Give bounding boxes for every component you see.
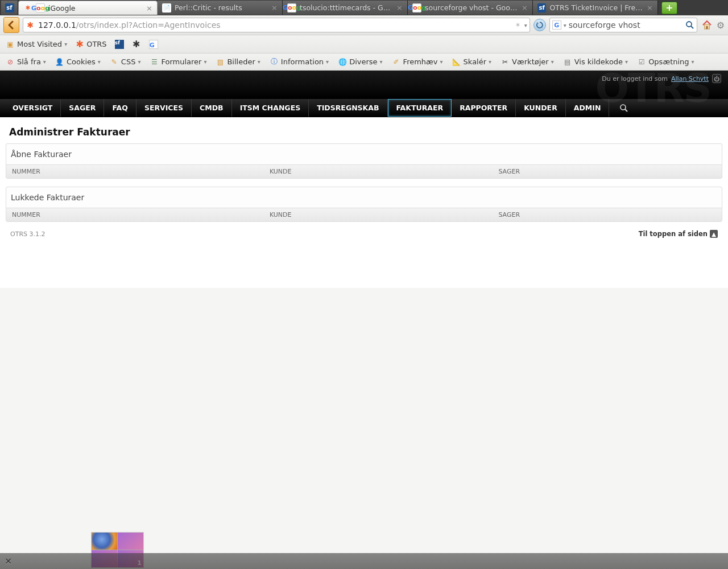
col-customer[interactable]: KUNDE	[264, 208, 493, 221]
tab-sourceforge-vhost[interactable]: Goog sourceforge vhost - Goo… ×	[408, 1, 533, 15]
chevron-down-icon: ▾	[204, 59, 206, 65]
dev-info[interactable]: ⓘInformation▾	[270, 57, 329, 67]
chevron-down-icon: ▾	[551, 59, 554, 65]
dev-images[interactable]: ▧Billeder▾	[216, 57, 260, 67]
search-input[interactable]	[569, 20, 683, 30]
col-number[interactable]: NUMMER	[6, 165, 264, 178]
person-icon: 👤	[55, 57, 64, 67]
col-cases[interactable]: SAGER	[493, 208, 722, 221]
bookmark-sf[interactable]: sf	[115, 40, 124, 49]
app-header: OTRS Du er logget ind som Allan Schytt ⏻	[0, 71, 728, 99]
tab-igoogle[interactable]: ✱ Goog iGoogle ×	[18, 1, 158, 15]
user-link[interactable]: Allan Schytt	[671, 75, 709, 83]
bookmark-otrs[interactable]: ✱ OTRS	[75, 40, 106, 49]
otrs-icon: ✱	[75, 40, 84, 49]
nav-search[interactable]	[609, 99, 639, 117]
logged-in-label: Du er logget ind som	[602, 75, 668, 83]
close-icon[interactable]: ×	[396, 3, 403, 12]
browser-navbar: ✱ 127.0.0.1/otrs/index.pl?Action=AgentIn…	[0, 15, 728, 35]
col-cases[interactable]: SAGER	[493, 165, 722, 178]
nav-item-sager[interactable]: SAGER	[61, 99, 104, 117]
folder-icon: ▣	[6, 40, 15, 49]
dev-misc[interactable]: 🌐Diverse▾	[338, 57, 382, 67]
bookmark-label: Most Visited	[17, 40, 62, 48]
source-icon: ▤	[563, 57, 572, 67]
back-to-top[interactable]: Til toppen af siden ▲	[639, 230, 718, 238]
url-bar[interactable]: ✱ 127.0.0.1/otrs/index.pl?Action=AgentIn…	[23, 18, 530, 32]
panel-closed-invoices: Lukkede Fakturaer NUMMER KUNDE SAGER	[6, 187, 722, 222]
chevron-down-icon: ▾	[380, 59, 383, 65]
dev-cookies[interactable]: 👤Cookies▾	[55, 57, 101, 67]
bookmark-star[interactable]: ✱	[132, 40, 141, 49]
dev-highlight[interactable]: ✐Fremhæv▾	[392, 57, 443, 67]
new-tab-button[interactable]: +	[661, 2, 677, 14]
dev-label: Billeder	[227, 57, 255, 66]
col-customer[interactable]: KUNDE	[264, 165, 493, 178]
chevron-down-icon: ▾	[138, 59, 140, 65]
arrow-up-icon: ▲	[710, 230, 718, 238]
highlight-icon: ✐	[392, 57, 401, 67]
logout-button[interactable]: ⏻	[712, 74, 721, 83]
chevron-down-icon[interactable]: ▾	[564, 22, 566, 28]
close-icon[interactable]: ×	[647, 3, 653, 12]
google-icon: Goog	[36, 3, 45, 13]
close-icon[interactable]: ×	[522, 3, 528, 12]
dev-tools[interactable]: ✂Værktøjer▾	[500, 57, 554, 67]
feed-icon[interactable]: ✶	[515, 21, 521, 29]
nav-item-faq[interactable]: FAQ	[104, 99, 136, 117]
tab-sf-mini[interactable]: sf	[1, 1, 18, 15]
ruler-icon: 📐	[452, 57, 461, 67]
svg-point-4	[621, 105, 626, 110]
bookmark-most-visited[interactable]: ▣ Most Visited ▾	[6, 40, 67, 49]
table-header: NUMMER KUNDE SAGER	[6, 164, 722, 178]
dev-label: Skalér	[464, 57, 486, 66]
thumb-firefox[interactable]	[92, 533, 117, 550]
svg-line-5	[625, 109, 627, 112]
dev-label: Opsætning	[648, 57, 689, 66]
dev-label: Cookies	[67, 57, 96, 66]
tab-tsolucio[interactable]: Goog tsolucio:tttimecards - Go… ×	[283, 1, 408, 15]
thumb-2[interactable]	[118, 533, 143, 550]
col-number[interactable]: NUMMER	[6, 208, 264, 221]
nav-item-admin[interactable]: ADMIN	[566, 99, 610, 117]
taskbar-close[interactable]: ✕	[5, 556, 12, 567]
dev-source[interactable]: ▤Vis kildekode▾	[563, 57, 628, 67]
image-icon: ▧	[216, 57, 225, 67]
search-icon[interactable]	[685, 20, 694, 30]
nav-item-itsm-changes[interactable]: ITSM CHANGES	[232, 99, 309, 117]
svg-rect-3	[706, 26, 708, 29]
dev-forms[interactable]: ☰Formularer▾	[150, 57, 206, 67]
chevron-down-icon: ▾	[258, 59, 260, 65]
home-button[interactable]	[701, 19, 713, 31]
search-bar[interactable]: G ▾	[549, 18, 697, 32]
table-header: NUMMER KUNDE SAGER	[6, 208, 722, 221]
reload-button[interactable]	[533, 19, 546, 31]
dev-setup[interactable]: ☑Opsætning▾	[637, 57, 694, 67]
dev-label: Formularer	[161, 57, 201, 66]
info-icon: ⓘ	[270, 57, 279, 67]
chevron-down-icon[interactable]: ▾	[524, 22, 527, 28]
nav-item-tidsregnskab[interactable]: TIDSREGNSKAB	[309, 99, 387, 117]
nav-item-oversigt[interactable]: OVERSIGT	[5, 99, 61, 117]
back-button[interactable]	[3, 17, 19, 33]
close-icon[interactable]: ×	[146, 4, 152, 13]
nav-item-fakturaer[interactable]: FAKTURAER	[388, 99, 452, 117]
to-top-label: Til toppen af siden	[639, 230, 708, 238]
addon-icon[interactable]: ⚙	[717, 20, 725, 31]
dev-label: Information	[281, 57, 324, 66]
dev-scale[interactable]: 📐Skalér▾	[452, 57, 492, 67]
nav-item-cmdb[interactable]: CMDB	[192, 99, 232, 117]
sf-icon: sf	[537, 3, 546, 13]
close-icon[interactable]: ×	[271, 3, 278, 12]
dev-disable[interactable]: ⊘Slå fra▾	[6, 57, 46, 67]
nav-item-rapporter[interactable]: RAPPORTER	[452, 99, 516, 117]
nav-item-services[interactable]: SERVICES	[136, 99, 192, 117]
dev-css[interactable]: ✎CSS▾	[110, 57, 141, 67]
chevron-down-icon: ▾	[43, 59, 46, 65]
tools-icon: ✂	[500, 57, 510, 67]
tab-perlcritic[interactable]: 📄 Perl::Critic - results ×	[158, 1, 283, 15]
bookmark-google[interactable]: G	[149, 40, 158, 49]
tab-otrs-ticketinvoice[interactable]: sf OTRS TicketInvoice | Free… ×	[533, 1, 658, 15]
url-host: 127.0.0.1	[38, 20, 76, 30]
nav-item-kunder[interactable]: KUNDER	[516, 99, 566, 117]
